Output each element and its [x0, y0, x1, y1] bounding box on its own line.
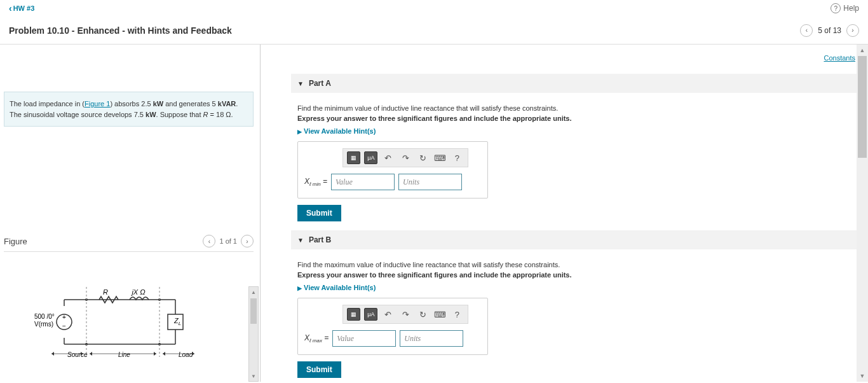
part-a-answer-box: ▦ μA ↶ ↷ ↻ ⌨ ? Xℓ min = Value Units	[297, 141, 488, 198]
circuit-figure: + − R jX Ω ZL 500 /0° V(rms) So	[4, 284, 254, 368]
svg-text:+: +	[62, 314, 66, 321]
part-b-units-input[interactable]: Units	[400, 330, 463, 347]
content-scrollbar[interactable]: ▲ ▼	[857, 45, 868, 382]
part-a-value-input[interactable]: Value	[331, 174, 395, 190]
figure-link[interactable]: Figure 1	[85, 100, 110, 108]
figure-prev-button[interactable]: ‹	[203, 235, 215, 247]
part-b-answer-box: ▦ μA ↶ ↷ ↻ ⌨ ? Xℓ max = Value Units	[297, 298, 488, 355]
keyboard-button[interactable]: ⌨	[433, 308, 447, 321]
scroll-thumb[interactable]	[250, 298, 257, 324]
keyboard-button[interactable]: ⌨	[433, 151, 447, 164]
part-b-value-input[interactable]: Value	[332, 330, 396, 347]
problem-statement: The load impedance in (Figure 1) absorbs…	[4, 92, 254, 127]
part-a-hints-toggle[interactable]: ▶ View Available Hint(s)	[291, 125, 857, 141]
part-b-hints-toggle[interactable]: ▶ View Available Hint(s)	[291, 281, 857, 298]
svg-text:ZL: ZL	[173, 317, 181, 326]
tool-help-button[interactable]: ?	[451, 308, 464, 321]
constants-link[interactable]: Constants	[824, 54, 855, 62]
scroll-up-icon[interactable]: ▲	[857, 45, 868, 56]
part-b-label: Part B	[309, 235, 331, 244]
chevron-down-icon: ▼	[297, 237, 304, 244]
templates-button[interactable]: ▦	[347, 151, 360, 164]
svg-text:R: R	[103, 288, 108, 296]
svg-text:Line: Line	[118, 351, 130, 358]
help-icon: ?	[831, 3, 841, 13]
part-b-header[interactable]: ▼ Part B	[291, 230, 857, 249]
reset-button[interactable]: ↻	[416, 308, 430, 321]
figure-next-button[interactable]: ›	[241, 235, 254, 247]
chevron-left-icon: ‹	[9, 3, 12, 13]
tool-help-button[interactable]: ?	[451, 151, 464, 164]
svg-text:Load: Load	[179, 351, 193, 358]
units-button[interactable]: μA	[364, 151, 377, 164]
answer-toolbar: ▦ μA ↶ ↷ ↻ ⌨ ?	[342, 305, 468, 324]
breadcrumb-label: HW #3	[13, 4, 35, 12]
part-a-header[interactable]: ▼ Part A	[291, 74, 857, 93]
svg-text:V(rms): V(rms)	[34, 321, 53, 328]
help-label: Help	[843, 4, 859, 13]
part-a-submit-button[interactable]: Submit	[297, 205, 341, 221]
problem-position: 5 of 13	[818, 26, 841, 35]
part-a-label: Part A	[309, 79, 331, 88]
svg-text:−: −	[62, 323, 66, 330]
prev-problem-button[interactable]: ‹	[800, 24, 813, 37]
part-b-variable: Xℓ max =	[304, 333, 329, 344]
figure-scrollbar[interactable]: ▲ ▼	[248, 286, 259, 382]
part-b-submit-button[interactable]: Submit	[297, 361, 341, 378]
templates-button[interactable]: ▦	[347, 308, 360, 321]
figure-heading: Figure	[4, 237, 27, 246]
chevron-down-icon: ▼	[297, 80, 304, 87]
chevron-right-icon: ▶	[297, 129, 302, 135]
help-link[interactable]: ? Help	[831, 3, 859, 13]
part-a-units-input[interactable]: Units	[398, 174, 462, 190]
chevron-right-icon: ▶	[297, 285, 302, 291]
undo-button[interactable]: ↶	[381, 151, 395, 164]
next-problem-button[interactable]: ›	[846, 24, 859, 37]
scroll-down-icon[interactable]: ▼	[249, 371, 258, 381]
breadcrumb-back[interactable]: ‹ HW #3	[9, 3, 34, 13]
part-a-variable: Xℓ min =	[304, 177, 327, 187]
svg-text:500 /0°: 500 /0°	[34, 313, 55, 320]
units-button[interactable]: μA	[364, 308, 377, 321]
scroll-down-icon[interactable]: ▼	[857, 370, 868, 382]
redo-button[interactable]: ↷	[399, 151, 412, 164]
scroll-up-icon[interactable]: ▲	[249, 287, 258, 297]
part-b-instructions: Find the maximum value of inductive line…	[291, 249, 857, 281]
page-title: Problem 10.10 - Enhanced - with Hints an…	[9, 25, 232, 36]
part-a-instructions: Find the minimum value of inductive line…	[291, 93, 857, 125]
svg-text:Source: Source	[67, 351, 88, 358]
svg-text:jX Ω: jX Ω	[130, 288, 145, 296]
redo-button[interactable]: ↷	[399, 308, 412, 321]
answer-toolbar: ▦ μA ↶ ↷ ↻ ⌨ ?	[342, 148, 468, 167]
figure-position: 1 of 1	[219, 237, 237, 245]
undo-button[interactable]: ↶	[381, 308, 395, 321]
reset-button[interactable]: ↻	[416, 151, 430, 164]
scroll-thumb[interactable]	[858, 56, 867, 158]
